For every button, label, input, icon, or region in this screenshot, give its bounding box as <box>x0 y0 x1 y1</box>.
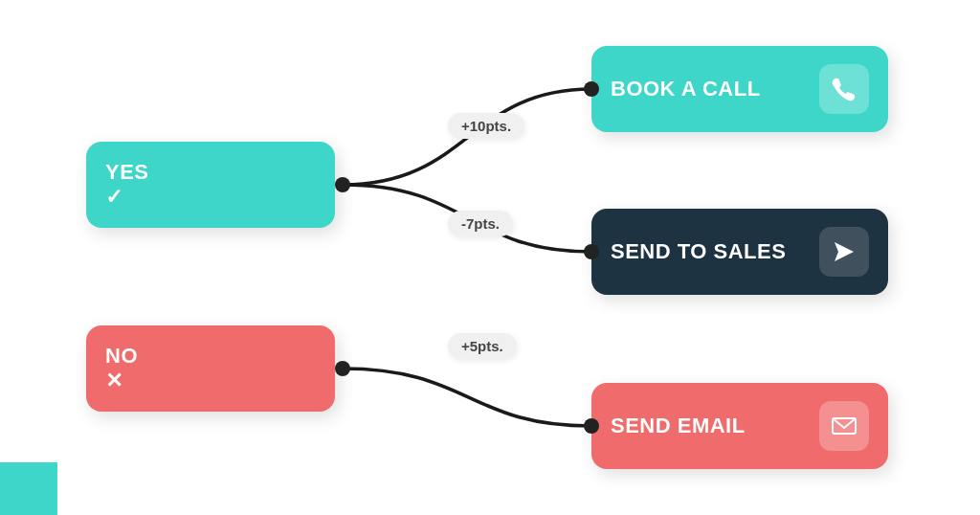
email-connector-dot <box>584 418 599 434</box>
mail-icon <box>819 401 869 451</box>
send-icon <box>819 227 869 277</box>
book-call-connector-dot <box>584 81 599 97</box>
yes-label: YES ✓ <box>105 161 149 209</box>
email-pts-label: +5pts. <box>448 333 517 359</box>
book-call-label: BOOK A CALL <box>611 78 761 101</box>
svg-marker-0 <box>835 242 854 261</box>
phone-icon <box>819 64 869 114</box>
yes-connector-dot <box>335 177 350 192</box>
send-email-label: SEND EMAIL <box>611 414 746 437</box>
no-connector-dot <box>335 361 350 376</box>
no-label: NO ✕ <box>105 345 138 392</box>
book-pts-label: +10pts. <box>448 113 524 139</box>
send-to-sales-node[interactable]: SEND TO SALES <box>591 209 888 295</box>
yes-icon: ✓ <box>105 186 149 209</box>
book-call-node[interactable]: BOOK A CALL <box>591 46 888 132</box>
sales-connector-dot <box>584 244 599 259</box>
no-node[interactable]: NO ✕ <box>86 325 335 412</box>
diagram-canvas: YES ✓ NO ✕ BOOK A CALL SEND TO SALES <box>0 0 980 515</box>
send-to-sales-label: SEND TO SALES <box>611 240 786 263</box>
yes-node[interactable]: YES ✓ <box>86 142 335 228</box>
send-email-node[interactable]: SEND EMAIL <box>591 383 888 469</box>
sales-pts-label: -7pts. <box>448 211 513 236</box>
no-icon: ✕ <box>105 369 138 392</box>
decoration-square <box>0 462 57 515</box>
